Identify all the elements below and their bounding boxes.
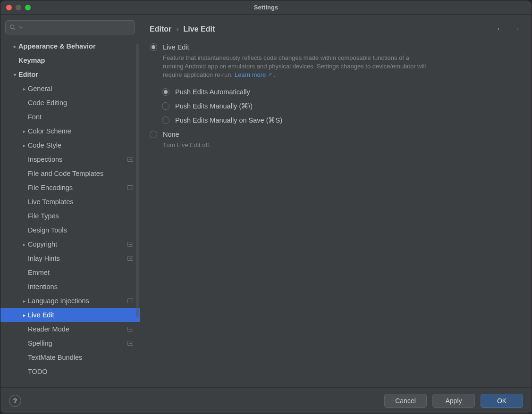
sidebar-item-label: Appearance & Behavior	[18, 42, 96, 50]
sidebar-item[interactable]: ▸Code Style	[0, 138, 140, 152]
chevron-right-icon[interactable]: ▸	[20, 313, 28, 318]
sidebar-item-label: Code Style	[28, 141, 61, 149]
sidebar-item-label: Editor	[18, 71, 38, 78]
sidebar-item-label: Intentions	[28, 283, 58, 290]
sidebar-item-label: Inspections	[28, 156, 62, 163]
radio-icon	[150, 43, 157, 51]
sidebar-item[interactable]: Inspections	[0, 152, 140, 166]
ok-button[interactable]: OK	[481, 394, 523, 408]
window-title: Settings	[254, 4, 278, 11]
sidebar-item[interactable]: File Encodings	[0, 181, 140, 195]
main-panel: Editor › Live Edit ← → Live Edit Feature…	[140, 15, 532, 387]
sidebar-item[interactable]: ▾Editor	[0, 67, 140, 82]
radio-icon	[162, 102, 169, 110]
sidebar-item-label: File and Code Templates	[28, 170, 103, 177]
sidebar-item[interactable]: ▸Live Edit	[0, 308, 140, 322]
apply-button[interactable]: Apply	[432, 394, 475, 408]
sidebar-item-label: Font	[28, 113, 42, 121]
zoom-window-button[interactable]	[25, 5, 31, 10]
sidebar-item-label: Color Scheme	[28, 127, 71, 135]
minimize-window-button[interactable]	[16, 5, 21, 10]
titlebar: Settings	[0, 0, 532, 15]
scope-badge-icon	[127, 327, 133, 331]
sidebar-item[interactable]: File and Code Templates	[0, 166, 140, 181]
sidebar-item[interactable]: Code Editing	[0, 96, 140, 110]
external-link-icon: ↗	[268, 72, 272, 77]
sidebar-item[interactable]: Design Tools	[0, 223, 140, 237]
radio-icon	[162, 116, 169, 124]
sidebar-item[interactable]: ▸General	[0, 82, 140, 96]
dialog-footer: ? Cancel Apply OK	[0, 387, 532, 414]
scope-badge-icon	[127, 157, 133, 162]
learn-more-link[interactable]: Learn more ↗	[235, 71, 272, 78]
chevron-right-icon[interactable]: ▸	[11, 44, 18, 49]
chevron-right-icon[interactable]: ▸	[20, 86, 28, 91]
cancel-button[interactable]: Cancel	[384, 394, 427, 408]
chevron-right-icon[interactable]: ▸	[20, 298, 28, 304]
sidebar-item-label: Live Templates	[28, 198, 73, 206]
sidebar-item[interactable]: Font	[0, 110, 140, 124]
scope-badge-icon	[127, 185, 133, 190]
breadcrumb: Editor › Live Edit ← →	[150, 24, 520, 34]
sidebar-item[interactable]: Inlay Hints	[0, 251, 140, 265]
sidebar-item[interactable]: Live Templates	[0, 195, 140, 209]
option-push-onsave[interactable]: Push Edits Manually on Save (⌘S)	[162, 116, 520, 124]
breadcrumb-sep: ›	[176, 25, 178, 33]
chevron-right-icon[interactable]: ▸	[20, 129, 28, 134]
radio-icon	[162, 88, 169, 96]
sidebar-item-label: Inlay Hints	[28, 255, 60, 262]
sidebar-item-label: TextMate Bundles	[28, 354, 82, 361]
search-icon	[9, 24, 16, 31]
scope-badge-icon	[127, 298, 133, 303]
window-controls	[6, 5, 31, 10]
sidebar-item[interactable]: ▸Color Scheme	[0, 124, 140, 138]
option-push-manual[interactable]: Push Edits Manually (⌘\)	[162, 102, 520, 110]
option-push-manual-label: Push Edits Manually (⌘\)	[175, 102, 253, 110]
sidebar-item[interactable]: Intentions	[0, 280, 140, 294]
sidebar-item[interactable]: TODO	[0, 364, 140, 379]
chevron-down-icon[interactable]: ▾	[11, 72, 18, 77]
scope-badge-icon	[127, 242, 133, 247]
option-live-edit[interactable]: Live Edit	[150, 43, 520, 51]
sidebar-item-label: Language Injections	[28, 297, 89, 305]
sidebar-item[interactable]: Reader Mode	[0, 322, 140, 336]
settings-sidebar: ▸Appearance & BehaviorKeymap▾Editor▸Gene…	[0, 15, 140, 387]
option-push-auto[interactable]: Push Edits Automatically	[162, 88, 520, 96]
sidebar-item[interactable]: Keymap	[0, 53, 140, 67]
radio-icon	[150, 131, 157, 138]
search-input[interactable]	[25, 24, 131, 32]
option-live-edit-label: Live Edit	[163, 43, 189, 51]
option-push-auto-label: Push Edits Automatically	[175, 88, 250, 96]
sidebar-item[interactable]: ▸Appearance & Behavior	[0, 39, 140, 53]
sidebar-item-label: Reader Mode	[28, 325, 69, 333]
search-field-wrap[interactable]	[5, 20, 135, 34]
sidebar-item[interactable]: Emmet	[0, 265, 140, 280]
option-push-onsave-label: Push Edits Manually on Save (⌘S)	[175, 116, 282, 124]
help-button[interactable]: ?	[9, 395, 21, 407]
sidebar-item-label: Copyright	[28, 240, 57, 248]
forward-arrow-icon: →	[512, 24, 520, 34]
sidebar-item[interactable]: ▸Language Injections	[0, 294, 140, 308]
sidebar-item-label: Spelling	[28, 339, 52, 347]
option-none[interactable]: None	[150, 131, 520, 138]
chevron-right-icon[interactable]: ▸	[20, 242, 28, 247]
help-icon: ?	[13, 397, 17, 405]
scrollbar-thumb[interactable]	[136, 44, 139, 317]
sidebar-item-label: Live Edit	[28, 311, 54, 319]
svg-point-0	[10, 25, 14, 29]
option-none-desc: Turn Live Edit off.	[163, 141, 427, 149]
settings-tree[interactable]: ▸Appearance & BehaviorKeymap▾Editor▸Gene…	[0, 39, 140, 387]
sidebar-item[interactable]: TextMate Bundles	[0, 350, 140, 364]
back-arrow-icon[interactable]: ←	[496, 24, 504, 34]
sidebar-item-label: Keymap	[18, 57, 45, 64]
sidebar-item[interactable]: ▸Copyright	[0, 237, 140, 251]
sidebar-item[interactable]: File Types	[0, 209, 140, 223]
sidebar-item[interactable]: Spelling	[0, 336, 140, 350]
chevron-right-icon[interactable]: ▸	[20, 143, 28, 148]
svg-line-1	[14, 28, 15, 30]
close-window-button[interactable]	[6, 5, 12, 10]
chevron-down-icon	[19, 25, 23, 29]
sidebar-item-label: Design Tools	[28, 226, 67, 234]
breadcrumb-leaf: Live Edit	[184, 25, 215, 33]
breadcrumb-root[interactable]: Editor	[150, 25, 171, 33]
